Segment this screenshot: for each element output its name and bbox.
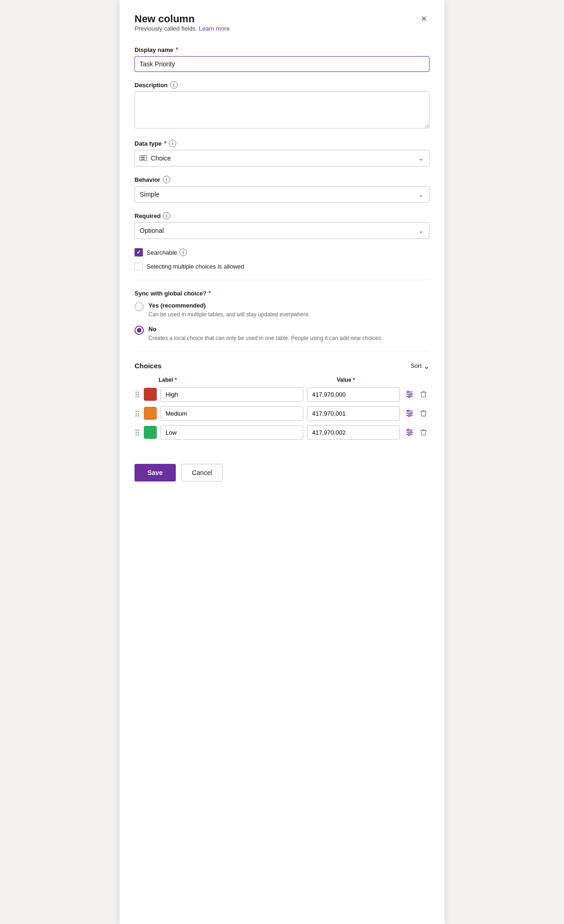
choice-value-input[interactable] <box>307 387 400 402</box>
col-value-star: * <box>352 376 355 384</box>
data-type-select[interactable]: Choice ⌄ <box>135 150 429 167</box>
save-button[interactable]: Save <box>135 464 176 481</box>
description-label: Description i <box>135 81 429 89</box>
svg-point-17 <box>408 434 410 436</box>
choice-label-input[interactable] <box>160 425 303 440</box>
choice-type-icon <box>140 155 147 161</box>
svg-point-7 <box>407 410 409 412</box>
svg-point-3 <box>410 393 412 395</box>
searchable-checkbox[interactable] <box>135 248 143 257</box>
filter-icon-button[interactable] <box>404 407 416 419</box>
panel-subtitle: Previously called fields. Learn more <box>135 25 230 32</box>
data-type-value: Choice <box>151 154 171 162</box>
data-type-group: Data type * i Choice ⌄ <box>135 140 429 167</box>
searchable-label: Searchable i <box>147 249 187 256</box>
behavior-label: Behavior i <box>135 176 429 183</box>
searchable-checkbox-wrap[interactable]: Searchable i <box>135 248 187 257</box>
choice-row <box>135 387 429 402</box>
sync-yes-radio[interactable] <box>135 302 144 311</box>
divider-1 <box>135 280 429 280</box>
col-value-header: Value * <box>337 376 429 384</box>
panel-title: New column <box>135 13 230 25</box>
filter-icon-button[interactable] <box>404 426 416 438</box>
choice-row <box>135 406 429 421</box>
choice-label-input[interactable] <box>160 387 303 402</box>
required-star: * <box>176 46 178 53</box>
data-type-required-star: * <box>164 140 167 147</box>
sync-radio-group: Yes (recommended) Can be used in multipl… <box>135 302 429 342</box>
drag-handle[interactable] <box>135 428 140 437</box>
svg-point-1 <box>407 391 409 393</box>
divider-2 <box>135 352 429 352</box>
display-name-group: Display name * <box>135 46 429 72</box>
panel-header: New column Previously called fields. Lea… <box>135 13 429 43</box>
searchable-info-icon: i <box>179 249 187 256</box>
row-actions <box>404 388 429 400</box>
required-select[interactable]: Optional ⌄ <box>135 222 429 239</box>
sync-no-content: No Creates a local choice that can only … <box>148 325 429 342</box>
close-button[interactable]: × <box>418 13 429 24</box>
delete-choice-button[interactable] <box>417 388 429 400</box>
col-label-wrap: Label * <box>159 376 333 384</box>
row-actions <box>404 426 429 438</box>
drag-handle[interactable] <box>135 390 140 399</box>
searchable-row: Searchable i <box>135 248 429 257</box>
new-column-panel: New column Previously called fields. Lea… <box>120 0 444 924</box>
delete-choice-button[interactable] <box>417 407 429 419</box>
sort-chevron-icon: ⌄ <box>423 362 429 371</box>
svg-point-15 <box>410 431 412 433</box>
required-group: Required i Optional ⌄ <box>135 212 429 239</box>
sort-button[interactable]: Sort ⌄ <box>410 361 429 371</box>
delete-choice-button[interactable] <box>417 426 429 438</box>
sync-no-radio[interactable] <box>135 326 144 335</box>
svg-point-9 <box>410 412 412 414</box>
sync-yes-label: Yes (recommended) <box>148 302 429 310</box>
required-info-icon: i <box>163 212 170 219</box>
learn-more-link[interactable]: Learn more <box>199 25 230 32</box>
behavior-select[interactable]: Simple ⌄ <box>135 186 429 203</box>
required-value: Optional <box>140 227 164 234</box>
subtitle-text: Previously called fields. <box>135 25 197 32</box>
svg-point-11 <box>408 415 410 417</box>
col-label-star: * <box>174 376 177 384</box>
behavior-info-icon: i <box>163 176 170 183</box>
data-type-chevron-icon: ⌄ <box>418 155 423 162</box>
description-input[interactable] <box>135 91 429 128</box>
sync-no-label: No <box>148 325 429 334</box>
drag-handle[interactable] <box>135 409 140 418</box>
cancel-button[interactable]: Cancel <box>181 464 223 481</box>
multiple-choices-row: Selecting multiple choices is allowed <box>135 262 429 270</box>
sync-yes-content: Yes (recommended) Can be used in multipl… <box>148 302 429 319</box>
choices-col-headers: Label * Value * <box>135 376 429 384</box>
multiple-choices-checkbox[interactable] <box>135 262 143 270</box>
choice-row <box>135 425 429 440</box>
description-group: Description i <box>135 81 429 130</box>
choice-value-input[interactable] <box>307 406 400 421</box>
data-type-label: Data type * i <box>135 140 429 147</box>
color-swatch[interactable] <box>144 407 157 420</box>
sync-yes-option[interactable]: Yes (recommended) Can be used in multipl… <box>135 302 429 319</box>
footer: Save Cancel <box>135 455 429 481</box>
sync-required-star: * <box>208 289 211 297</box>
sync-no-option[interactable]: No Creates a local choice that can only … <box>135 325 429 342</box>
filter-icon-button[interactable] <box>404 388 416 400</box>
choice-value-input[interactable] <box>307 425 400 440</box>
data-type-info-icon: i <box>169 140 176 147</box>
display-name-input[interactable] <box>135 56 429 72</box>
choice-label-input[interactable] <box>160 406 303 421</box>
sync-yes-desc: Can be used in multiple tables, and will… <box>148 311 429 319</box>
svg-point-5 <box>408 396 410 398</box>
col-value-wrap: Value * <box>337 376 429 384</box>
required-label: Required i <box>135 212 429 219</box>
multiple-choices-checkbox-wrap[interactable]: Selecting multiple choices is allowed <box>135 262 244 270</box>
color-swatch[interactable] <box>144 388 157 401</box>
choices-title: Choices <box>135 362 161 370</box>
color-swatch[interactable] <box>144 426 157 439</box>
sync-global-group: Sync with global choice? * Yes (recommen… <box>135 289 429 342</box>
choices-header: Choices Sort ⌄ <box>135 361 429 371</box>
sync-no-desc: Creates a local choice that can only be … <box>148 334 429 342</box>
multiple-choices-label: Selecting multiple choices is allowed <box>147 263 244 270</box>
behavior-chevron-icon: ⌄ <box>418 191 423 198</box>
behavior-group: Behavior i Simple ⌄ <box>135 176 429 203</box>
required-chevron-icon: ⌄ <box>418 227 423 234</box>
